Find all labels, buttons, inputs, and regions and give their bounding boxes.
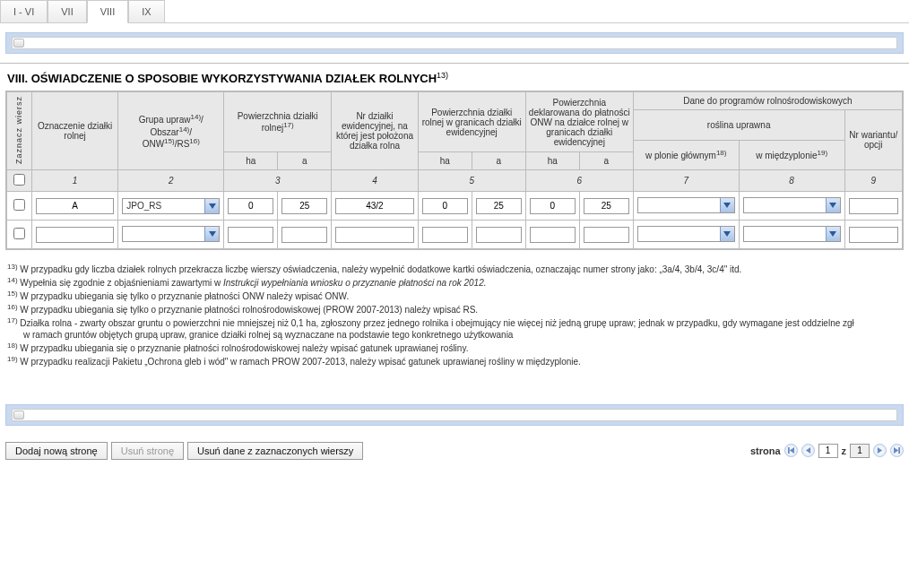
footnote-17b: w ramach gruntów objętych grupą upraw, g… [23,330,513,340]
row-check[interactable] [13,199,25,211]
scroll-track-top[interactable] [12,37,897,49]
tab-ix[interactable]: IX [128,0,164,22]
header-ha-1: ha [224,152,278,170]
grupa-combo[interactable] [122,226,220,242]
header-pow-granice: Powierzchnia działki rolnej w granicach … [418,92,525,152]
miedzyplon-value [744,198,826,212]
col-num-4: 4 [332,170,418,192]
actions-row: Dodaj nową stronę Usuń stronę Usuń dane … [0,435,909,472]
header-roslina: roślina uprawna [633,110,844,141]
chevron-down-icon[interactable] [204,199,219,213]
footnotes: 13) W przypadku gdy liczba działek rolny… [0,250,909,394]
scroll-track-bottom[interactable] [12,409,897,421]
chevron-down-icon[interactable] [826,198,840,212]
header-a-1: a [278,152,332,170]
pager-label: strona [750,445,781,456]
footnote-16: W przypadku ubiegania się tylko o przyzn… [20,305,478,315]
grupa-value: JPO_RS [123,199,204,213]
bottom-scroll-bar [5,404,904,426]
footnote-17a: Działka rolna - zwarty obszar gruntu o p… [20,318,854,328]
row-check[interactable] [13,228,25,239]
page-current-input[interactable] [818,444,838,458]
oznaczenie-input[interactable] [36,227,114,243]
pow-ha-input[interactable] [228,227,273,243]
gran-a-input[interactable] [476,198,522,214]
section-title-sup: 13) [437,71,448,80]
onw-ha-input[interactable] [530,227,576,243]
next-page-icon[interactable] [873,444,887,457]
footnote-19: W przypadku realizacji Pakietu „Ochrona … [20,357,581,367]
page-total-display [850,444,870,458]
delete-selected-rows-button[interactable]: Usuń dane z zaznaczonych wierszy [187,442,363,460]
pager-sep: z [842,445,847,456]
header-miedzyplon: w międzyplonie19) [739,140,844,170]
section-title-text: VIII. OŚWIADCZENIE O SPOSOBIE WYKORZYSTY… [7,72,437,85]
plon-glowny-combo[interactable] [637,226,735,242]
first-page-icon[interactable] [784,444,798,457]
footnote-13: W przypadku gdy liczba działek rolnych p… [20,265,741,275]
chevron-down-icon[interactable] [720,198,734,212]
col-num-8: 8 [739,170,844,192]
header-a-2: a [472,152,525,170]
gran-a-input[interactable] [476,227,522,243]
prev-page-icon[interactable] [801,444,815,457]
check-all[interactable] [13,174,25,186]
plon-glowny-value [638,198,720,212]
pager: strona z [750,444,904,458]
header-dane-prog: Dane do programów rolnośrodowiskowych [633,92,902,110]
tab-viii[interactable]: VIII [87,0,129,23]
add-page-button[interactable]: Dodaj nową stronę [5,442,108,460]
grupa-combo[interactable]: JPO_RS [122,198,220,214]
header-nr-dzialki: Nr działki ewidencyjnej, na której jest … [332,92,418,170]
chevron-down-icon[interactable] [826,227,840,241]
tab-vii[interactable]: VII [48,0,86,22]
col-num-5: 5 [418,170,525,192]
pow-ha-input[interactable] [228,198,273,214]
table-row: JPO_RS [7,192,903,220]
header-plon-glowny: w plonie głównym18) [633,140,739,170]
header-oznaczenie: Oznaczenie działki rolnej [31,92,117,170]
col-num-3: 3 [224,170,332,192]
miedzyplon-value [744,227,826,241]
table-row [7,220,903,249]
onw-a-input[interactable] [584,198,629,214]
section-title: VIII. OŚWIADCZENIE O SPOSOBIE WYKORZYSTY… [0,63,909,91]
header-ha-3: ha [525,152,579,170]
scroll-thumb-bottom[interactable] [13,411,24,419]
nr-dzialki-input[interactable] [335,198,413,214]
plon-glowny-value [638,227,720,241]
last-page-icon[interactable] [890,444,904,457]
col-num-2: 2 [118,170,224,192]
col-num-6: 6 [525,170,633,192]
tab-bar: I - VI VII VIII IX [0,0,909,23]
gran-ha-input[interactable] [422,198,468,214]
nr-dzialki-input[interactable] [335,227,413,243]
col-num-9: 9 [844,170,902,192]
miedzyplon-combo[interactable] [743,226,841,242]
col-num-1: 1 [31,170,117,192]
col-num-7: 7 [633,170,739,192]
wariant-input[interactable] [849,198,898,214]
onw-a-input[interactable] [584,227,629,243]
data-grid: Zaznacz wiersz Oznaczenie działki rolnej… [5,91,904,250]
footnote-14-pre: Wypełnia się zgodnie z objaśnieniami zaw… [20,279,223,289]
miedzyplon-combo[interactable] [743,197,841,213]
pow-a-input[interactable] [281,227,327,243]
header-grupa: Grupa upraw14)/ Obszar14)/ ONW15)/RS16) [118,92,224,170]
onw-ha-input[interactable] [530,198,576,214]
header-pow-onw: Powierzchnia deklarowana do płatności ON… [525,92,633,152]
delete-page-button[interactable]: Usuń stronę [111,442,184,460]
pow-a-input[interactable] [281,198,327,214]
chevron-down-icon[interactable] [204,227,219,241]
wariant-input[interactable] [849,227,898,243]
oznaczenie-input[interactable] [36,198,114,214]
tab-i-vi[interactable]: I - VI [0,0,48,22]
header-a-3: a [579,152,633,170]
scroll-thumb-top[interactable] [13,39,24,48]
chevron-down-icon[interactable] [720,227,734,241]
top-scroll-bar [5,32,904,54]
footnote-18: W przypadku ubiegania się o przyznanie p… [20,343,468,353]
gran-ha-input[interactable] [422,227,468,243]
plon-glowny-combo[interactable] [637,197,735,213]
header-pow-rolnej: Powierzchnia działki rolnej17) [224,92,332,152]
